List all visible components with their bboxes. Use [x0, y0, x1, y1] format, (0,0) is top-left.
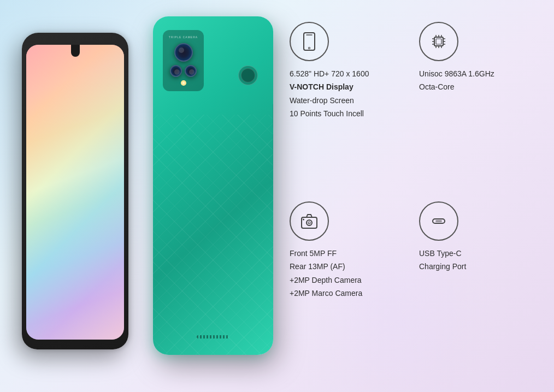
usb-icon — [428, 211, 449, 231]
display-spec-text: 6.528" HD+ 720 x 1600 V-NOTCH Display Wa… — [290, 68, 369, 120]
power-button — [273, 104, 273, 128]
camera-line-1: Front 5MP FF — [290, 247, 362, 259]
spec-camera: Front 5MP FF Rear 13MP (AF) +2MP Depth C… — [290, 201, 408, 370]
volume-button — [273, 134, 273, 169]
camera-lens-2 — [170, 65, 182, 77]
processor-spec-text: Unisoc 9863A 1.6GHz Octa-Core — [419, 68, 494, 93]
phone-front — [22, 33, 128, 349]
phone-back: TRIPLE CAMERA — [153, 16, 273, 355]
spec-processor: Unisoc 9863A 1.6GHz Octa-Core — [419, 22, 538, 191]
processor-line-2: Octa-Core — [419, 81, 494, 93]
phone-screen — [26, 45, 124, 340]
camera-icon-circle — [290, 201, 329, 241]
svg-point-2 — [309, 47, 310, 49]
phone-notch — [71, 45, 80, 57]
display-line-1: 6.528" HD+ 720 x 1600 — [290, 68, 369, 80]
camera-module-label: TRIPLE CAMERA — [169, 35, 198, 39]
specs-section: 6.528" HD+ 720 x 1600 V-NOTCH Display Wa… — [284, 0, 554, 392]
camera-module: TRIPLE CAMERA — [163, 30, 204, 91]
fingerprint-sensor — [238, 66, 258, 85]
display-icon-circle — [290, 22, 329, 61]
camera-line-4: +2MP Marco Camera — [290, 287, 362, 299]
camera-spec-text: Front 5MP FF Rear 13MP (AF) +2MP Depth C… — [290, 247, 362, 300]
camera-lens-main — [174, 43, 193, 62]
display-line-3: Water-drop Screen — [290, 94, 369, 106]
svg-rect-4 — [436, 39, 441, 44]
display-line-4: 10 Points Touch Incell — [290, 108, 369, 120]
charging-spec-text: USB Type-C Charging Port — [419, 247, 466, 273]
display-line-2: V-NOTCH Display — [290, 81, 369, 93]
svg-point-20 — [303, 219, 304, 221]
svg-rect-0 — [304, 33, 315, 50]
charging-line-1: USB Type-C — [419, 247, 466, 259]
phones-section: TRIPLE CAMERA — [0, 0, 284, 392]
main-container: TRIPLE CAMERA — [0, 0, 554, 392]
phone-texture — [153, 115, 273, 355]
charging-line-2: Charging Port — [419, 260, 466, 272]
chip-icon — [428, 31, 449, 52]
phone-back-body: TRIPLE CAMERA — [153, 16, 273, 355]
camera-line-2: Rear 13MP (AF) — [290, 260, 362, 272]
phone-front-body — [22, 33, 128, 349]
fingerprint-inner — [241, 68, 255, 82]
camera-lens-3 — [185, 65, 197, 77]
phone-screen-wallpaper — [26, 45, 124, 340]
camera-lens-row — [170, 65, 197, 77]
spec-charging: USB Type-C Charging Port — [419, 201, 538, 370]
spec-display: 6.528" HD+ 720 x 1600 V-NOTCH Display Wa… — [290, 22, 408, 191]
svg-point-18 — [307, 220, 312, 225]
svg-point-19 — [308, 222, 310, 224]
phone-icon — [299, 31, 320, 52]
speaker-grill — [197, 335, 229, 338]
processor-icon-circle — [419, 22, 458, 61]
processor-line-1: Unisoc 9863A 1.6GHz — [419, 68, 494, 80]
camera-flash — [181, 80, 186, 86]
camera-line-3: +2MP Depth Camera — [290, 274, 362, 286]
camera-icon — [299, 211, 320, 231]
svg-rect-22 — [435, 220, 442, 222]
usb-icon-circle — [419, 201, 458, 241]
